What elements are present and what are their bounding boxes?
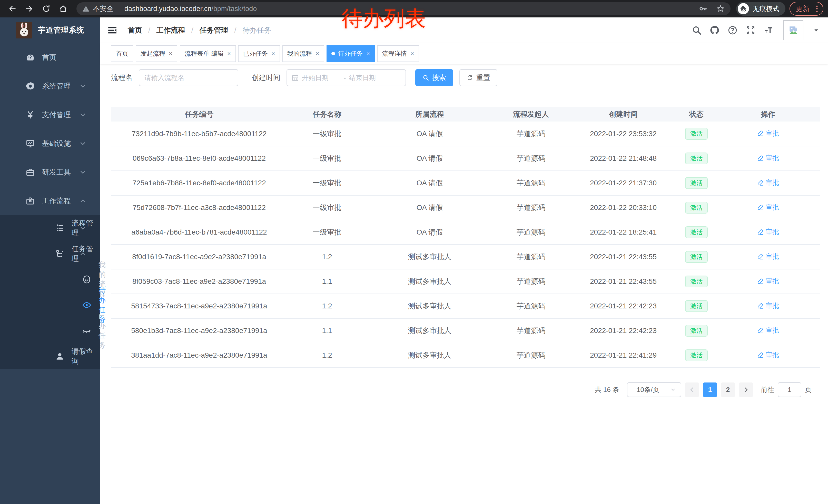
reset-button[interactable]: 重置: [459, 69, 497, 86]
tab-首页[interactable]: 首页: [111, 45, 133, 62]
status-cell: 激活: [677, 122, 716, 146]
task-id-cell: 8f059c03-7ac8-11ec-a9e2-a2380e71991a: [111, 269, 287, 294]
sidebar-item-label: 基础设施: [42, 139, 71, 148]
page-size-select[interactable]: 10条/页: [627, 382, 681, 397]
approve-link[interactable]: 审批: [757, 129, 779, 138]
sidebar-item-工作流程[interactable]: 工作流程: [0, 187, 100, 215]
tab-待办任务[interactable]: 待办任务×: [327, 45, 375, 62]
tab-label: 已办任务: [243, 49, 268, 58]
approve-link[interactable]: 审批: [757, 178, 779, 187]
sidebar-item-研发工具[interactable]: 研发工具: [0, 158, 100, 187]
font-size-icon[interactable]: [763, 25, 774, 35]
bookmark-star-icon[interactable]: [716, 4, 725, 13]
task-name-cell: 一级审批: [287, 146, 367, 171]
sidebar-item-首页[interactable]: 首页: [0, 43, 100, 72]
sidebar-item-label: 支付管理: [42, 110, 71, 120]
sidebar-item-我的流程[interactable]: 我的流程: [0, 267, 100, 292]
sidebar-logo-row[interactable]: 芋道管理系统: [0, 17, 100, 43]
table-row: 8f059c03-7ac8-11ec-a9e2-a2380e71991a1.1测…: [111, 269, 820, 294]
help-icon[interactable]: [728, 25, 738, 35]
table-row: 580e1b3d-7ac8-11ec-a9e2-a2380e71991a1.1测…: [111, 318, 820, 343]
approve-link[interactable]: 审批: [757, 252, 779, 261]
task-name-cell: 1.2: [287, 244, 367, 269]
page-button-1[interactable]: 1: [703, 382, 717, 397]
column-header-状态: 状态: [677, 107, 716, 122]
tab-close-icon[interactable]: ×: [410, 50, 414, 57]
goto-page-input[interactable]: [778, 382, 801, 397]
breadcrumb-separator: /: [191, 26, 194, 34]
breadcrumb-item-工作流程[interactable]: 工作流程: [157, 26, 185, 35]
approve-link[interactable]: 审批: [757, 301, 779, 310]
approve-link[interactable]: 审批: [757, 326, 779, 335]
sidebar-item-基础设施[interactable]: 基础设施: [0, 129, 100, 158]
tab-流程表单-编辑[interactable]: 流程表单-编辑×: [180, 45, 236, 62]
not-secure-warning-icon[interactable]: [82, 5, 90, 12]
chevron-down-icon: [79, 140, 87, 147]
sidebar-item-流程管理[interactable]: 流程管理: [0, 215, 100, 241]
sidebar-item-系统管理[interactable]: 系统管理: [0, 72, 100, 100]
status-badge: 激活: [685, 350, 708, 362]
tab-我的流程[interactable]: 我的流程×: [282, 45, 324, 62]
search-icon[interactable]: [692, 25, 702, 35]
end-date-input[interactable]: [349, 74, 387, 82]
sidebar-item-label: 系统管理: [42, 81, 71, 91]
sidebar-item-请假查询[interactable]: 请假查询: [0, 343, 100, 369]
status-cell: 激活: [677, 343, 716, 368]
initiator-cell: 芋道源码: [493, 318, 570, 343]
tab-close-icon[interactable]: ×: [227, 50, 231, 57]
created-at-cell: 2022-01-22 20:33:10: [570, 195, 677, 220]
status-badge: 激活: [685, 300, 708, 312]
tab-流程详情[interactable]: 流程详情×: [377, 45, 419, 62]
browser-update-button[interactable]: 更新: [790, 2, 823, 16]
edit-icon: [757, 229, 763, 235]
table-row: 75d72608-7b7f-11ec-a3c8-acde48001122一级审批…: [111, 195, 820, 220]
address-bar[interactable]: 不安全 dashboard.yudao.iocoder.cn/bpm/task/…: [76, 2, 731, 15]
browser-back-button[interactable]: [5, 2, 19, 16]
fullscreen-icon[interactable]: [745, 25, 756, 35]
prev-page-button[interactable]: [685, 382, 699, 397]
date-range-picker[interactable]: -: [287, 69, 406, 86]
tab-发起流程[interactable]: 发起流程×: [136, 45, 177, 62]
avatar-caret-icon[interactable]: [813, 27, 819, 33]
next-page-button[interactable]: [739, 382, 753, 397]
task-id-cell: 8f0d1619-7ac8-11ec-a9e2-a2380e71991a: [111, 244, 287, 269]
browser-home-button[interactable]: [56, 2, 70, 16]
start-date-input[interactable]: [302, 74, 340, 82]
approve-link[interactable]: 审批: [757, 227, 779, 236]
chevron-up-icon: [79, 197, 87, 205]
approve-link[interactable]: 审批: [757, 203, 779, 212]
page-button-2[interactable]: 2: [721, 382, 735, 397]
sidebar-item-已办任务[interactable]: 已办任务: [0, 318, 100, 343]
search-button[interactable]: 搜索: [415, 69, 453, 86]
task-name-cell: 1.2: [287, 294, 367, 318]
breadcrumb-item-首页[interactable]: 首页: [128, 26, 142, 35]
tab-close-icon[interactable]: ×: [272, 50, 275, 57]
browser-menu-dots-icon: [814, 5, 820, 12]
sidebar-item-支付管理[interactable]: 支付管理: [0, 100, 100, 129]
tab-close-icon[interactable]: ×: [366, 50, 370, 57]
status-badge: 激活: [685, 276, 708, 288]
password-key-icon[interactable]: [699, 4, 707, 13]
approve-link[interactable]: 审批: [757, 277, 779, 286]
approve-link[interactable]: 审批: [757, 153, 779, 163]
sidebar-collapse-icon[interactable]: [107, 25, 118, 35]
avatar[interactable]: [783, 20, 803, 40]
sidebar-item-待办任务[interactable]: 待办任务: [0, 292, 100, 318]
tab-label: 发起流程: [140, 49, 165, 58]
sidebar-item-任务管理[interactable]: 任务管理: [0, 241, 100, 267]
browser-forward-button[interactable]: [22, 2, 36, 16]
breadcrumb-item-任务管理[interactable]: 任务管理: [200, 26, 228, 35]
url-text[interactable]: dashboard.yudao.iocoder.cn/bpm/task/todo: [124, 5, 257, 13]
security-label[interactable]: 不安全: [93, 4, 114, 13]
process-name-input[interactable]: [139, 69, 238, 86]
approve-link[interactable]: 审批: [757, 351, 779, 359]
column-header-所属流程: 所属流程: [367, 107, 493, 122]
sidebar-menu: 首页系统管理支付管理基础设施研发工具工作流程流程管理任务管理我的流程待办任务已办…: [0, 43, 100, 504]
tab-close-icon[interactable]: ×: [169, 50, 172, 57]
browser-reload-button[interactable]: [39, 2, 53, 16]
face-icon: [82, 275, 91, 284]
github-icon[interactable]: [709, 25, 720, 35]
tab-已办任务[interactable]: 已办任务×: [238, 45, 280, 62]
tab-close-icon[interactable]: ×: [316, 50, 319, 57]
user-icon: [55, 352, 65, 361]
